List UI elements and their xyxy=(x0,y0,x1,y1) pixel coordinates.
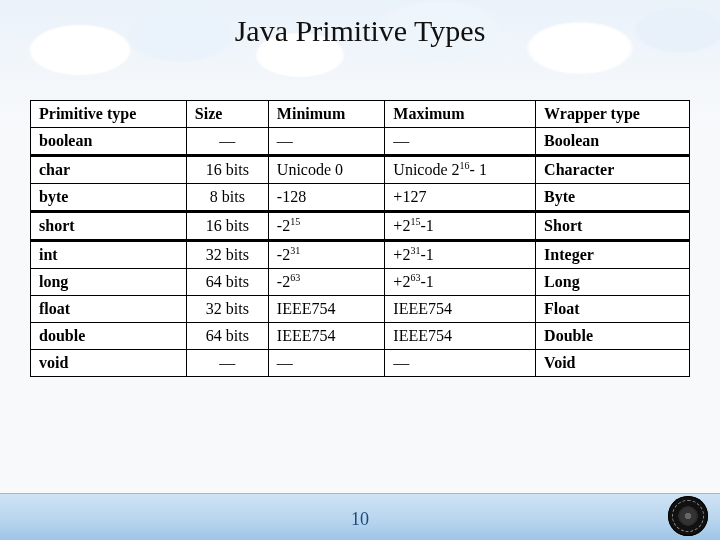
cell-size: 64 bits xyxy=(186,269,268,296)
cell-type: double xyxy=(31,323,187,350)
primitive-types-table: Primitive type Size Minimum Maximum Wrap… xyxy=(30,100,690,377)
slide: Java Primitive Types Primitive type Size… xyxy=(0,0,720,540)
cell-min: — xyxy=(268,350,385,377)
cell-wrapper: Void xyxy=(536,350,690,377)
cell-min: -215 xyxy=(268,213,385,241)
cell-max: IEEE754 xyxy=(385,296,536,323)
cell-min: — xyxy=(268,128,385,156)
cell-min: -128 xyxy=(268,184,385,212)
header-primitive-type: Primitive type xyxy=(31,101,187,128)
cell-wrapper: Character xyxy=(536,157,690,184)
slide-title: Java Primitive Types xyxy=(0,14,720,48)
primitive-types-table-wrap: Primitive type Size Minimum Maximum Wrap… xyxy=(30,100,690,377)
cell-min: IEEE754 xyxy=(268,296,385,323)
cell-type: char xyxy=(31,157,187,184)
cell-size: 32 bits xyxy=(186,296,268,323)
cell-wrapper: Float xyxy=(536,296,690,323)
table-row: boolean———Boolean xyxy=(31,128,690,156)
cell-max: — xyxy=(385,128,536,156)
cell-max: +263-1 xyxy=(385,269,536,296)
cell-min: Unicode 0 xyxy=(268,157,385,184)
cell-wrapper: Short xyxy=(536,213,690,241)
cell-wrapper: Integer xyxy=(536,242,690,269)
cell-wrapper: Long xyxy=(536,269,690,296)
cell-wrapper: Double xyxy=(536,323,690,350)
cell-size: 64 bits xyxy=(186,323,268,350)
cell-size: 16 bits xyxy=(186,157,268,184)
table-header-row: Primitive type Size Minimum Maximum Wrap… xyxy=(31,101,690,128)
cell-max: IEEE754 xyxy=(385,323,536,350)
table-row: long64 bits-263+263-1Long xyxy=(31,269,690,296)
cell-max: Unicode 216- 1 xyxy=(385,157,536,184)
cell-type: boolean xyxy=(31,128,187,156)
cell-size: 16 bits xyxy=(186,213,268,241)
table-row: short16 bits-215+215-1Short xyxy=(31,213,690,241)
cell-type: int xyxy=(31,242,187,269)
header-maximum: Maximum xyxy=(385,101,536,128)
cell-type: byte xyxy=(31,184,187,212)
seal-icon xyxy=(668,496,708,536)
table-row: double64 bitsIEEE754IEEE754Double xyxy=(31,323,690,350)
cell-type: short xyxy=(31,213,187,241)
cell-max: — xyxy=(385,350,536,377)
page-number: 10 xyxy=(0,509,720,530)
cell-type: float xyxy=(31,296,187,323)
cell-size: 8 bits xyxy=(186,184,268,212)
cell-type: long xyxy=(31,269,187,296)
cell-size: — xyxy=(186,350,268,377)
cell-wrapper: Boolean xyxy=(536,128,690,156)
cell-size: 32 bits xyxy=(186,242,268,269)
cell-max: +231-1 xyxy=(385,242,536,269)
cell-max: +127 xyxy=(385,184,536,212)
cell-max: +215-1 xyxy=(385,213,536,241)
cell-min: IEEE754 xyxy=(268,323,385,350)
cell-size: — xyxy=(186,128,268,156)
table-row: void———Void xyxy=(31,350,690,377)
table-body: boolean———Booleanchar16 bitsUnicode 0Uni… xyxy=(31,128,690,377)
cell-min: -231 xyxy=(268,242,385,269)
header-size: Size xyxy=(186,101,268,128)
table-row: float32 bitsIEEE754IEEE754Float xyxy=(31,296,690,323)
table-row: char16 bitsUnicode 0Unicode 216- 1Charac… xyxy=(31,157,690,184)
cell-min: -263 xyxy=(268,269,385,296)
table-row: byte8 bits-128+127Byte xyxy=(31,184,690,212)
header-wrapper-type: Wrapper type xyxy=(536,101,690,128)
cell-type: void xyxy=(31,350,187,377)
cell-wrapper: Byte xyxy=(536,184,690,212)
table-row: int32 bits-231+231-1Integer xyxy=(31,242,690,269)
header-minimum: Minimum xyxy=(268,101,385,128)
